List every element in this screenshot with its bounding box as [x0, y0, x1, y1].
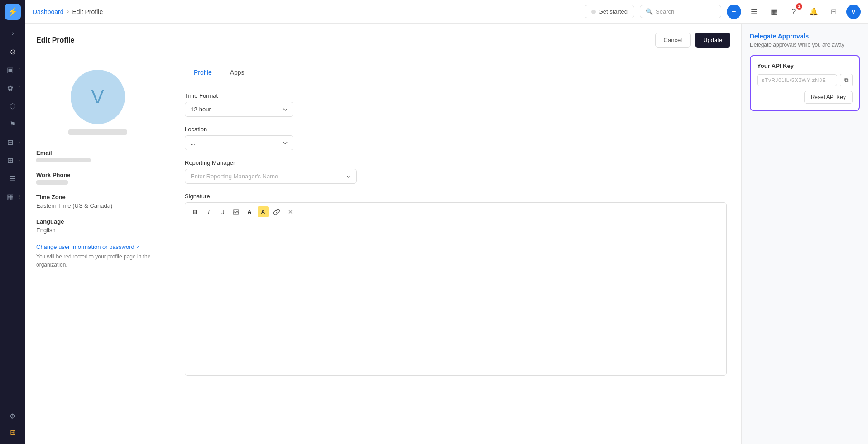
sidebar-bottom: ⚙ ⊞	[5, 408, 21, 440]
search-placeholder-text: Search	[656, 8, 674, 15]
sidebar-item-tasks[interactable]: ✿	[4, 80, 16, 96]
email-label: Email	[36, 149, 159, 156]
user-avatar[interactable]: V	[846, 5, 861, 19]
sidebar-item-shield[interactable]: ⬡	[5, 98, 21, 114]
sidebar-dots-5: ⋮	[17, 194, 22, 199]
sidebar-item-inbox[interactable]: ▣	[4, 62, 16, 78]
sidebar-item-flag[interactable]: ⚑	[5, 116, 21, 132]
sidebar-item-docs[interactable]: ⊞	[4, 152, 16, 168]
sidebar-item-chart[interactable]: ▦	[4, 188, 16, 205]
timezone-field-group: Time Zone Eastern Time (US & Canada)	[36, 194, 159, 209]
timezone-value: Eastern Time (US & Canada)	[36, 202, 159, 209]
breadcrumb: Dashboard > Edit Profile	[33, 8, 103, 15]
list-view-button[interactable]: ☰	[747, 5, 761, 19]
panel-header: Edit Profile Cancel Update	[25, 24, 741, 55]
calendar-button[interactable]: ▦	[767, 5, 781, 19]
external-link-icon: ↗	[136, 244, 139, 249]
apps-button[interactable]: ⊞	[826, 5, 841, 19]
change-link-group: Change user information or password ↗ Yo…	[36, 243, 159, 269]
book-icon: ☰	[10, 174, 16, 183]
change-info-link[interactable]: Change user information or password ↗	[36, 243, 139, 250]
settings-icon: ⚙	[10, 412, 16, 420]
email-value-placeholder	[36, 158, 91, 162]
chevron-right-icon: ›	[11, 29, 14, 38]
underline-button[interactable]: U	[217, 206, 228, 217]
flag-icon: ⚑	[10, 120, 16, 129]
svg-point-1	[235, 211, 235, 212]
add-button[interactable]: +	[727, 5, 741, 19]
sidebar-item-home[interactable]: ⊙	[5, 43, 21, 60]
location-label: Location	[185, 126, 727, 133]
home-icon: ⊙	[10, 48, 16, 56]
italic-button[interactable]: I	[203, 206, 214, 217]
reporting-manager-select[interactable]: Enter Reporting Manager's Name	[185, 169, 357, 184]
get-started-button[interactable]: Get started	[585, 5, 634, 18]
api-key-section: Your API Key ⧉ Reset API Key	[750, 55, 860, 111]
location-select[interactable]: ...	[185, 135, 293, 150]
inbox-icon: ▣	[7, 66, 14, 74]
topnav: Dashboard > Edit Profile Get started 🔍 S…	[25, 0, 868, 24]
work-phone-label: Work Phone	[36, 172, 159, 178]
sidebar: ⚡ › ⊙ ▣ ⋮ ✿ ⋮ ⬡ ⚑ ⊟ ⋮ ⊞ ⋮ ☰ ▦	[0, 0, 25, 444]
grid-icon: ⊞	[10, 428, 16, 437]
sidebar-logo[interactable]: ⚡	[5, 4, 21, 20]
reset-api-key-button[interactable]: Reset API Key	[804, 91, 853, 104]
panel-title: Edit Profile	[36, 36, 74, 44]
email-field-group: Email	[36, 149, 159, 162]
list-icon: ☰	[751, 7, 757, 16]
signature-group: Signature B I U	[185, 193, 727, 376]
bell-icon: 🔔	[809, 7, 818, 16]
breadcrumb-dashboard[interactable]: Dashboard	[33, 8, 64, 15]
shield-icon: ⬡	[10, 102, 16, 110]
profile-tabs: Profile Apps	[185, 64, 727, 81]
calendar-icon: ▦	[771, 7, 777, 16]
copy-icon: ⧉	[844, 77, 849, 83]
main-wrapper: Dashboard > Edit Profile Get started 🔍 S…	[25, 0, 868, 444]
notifications-button[interactable]: 🔔	[806, 5, 821, 19]
sidebar-dots-1: ⋮	[17, 67, 22, 72]
profile-avatar-large: V	[71, 70, 125, 124]
chart-icon: ▦	[7, 192, 14, 201]
delegate-title[interactable]: Delegate Approvals	[750, 33, 860, 40]
time-format-group: Time Format 12-hour 24-hour	[185, 92, 727, 117]
search-bar[interactable]: 🔍 Search	[640, 5, 721, 18]
layers-icon: ⊟	[7, 138, 13, 147]
background-color-button[interactable]: A	[258, 206, 269, 217]
link-button[interactable]	[271, 206, 282, 217]
update-button[interactable]: Update	[695, 33, 730, 48]
font-color-button[interactable]: A	[244, 206, 255, 217]
right-panel: Delegate Approvals Delegate approvals wh…	[741, 24, 868, 444]
api-key-input[interactable]	[757, 74, 837, 86]
help-button[interactable]: ? 1	[786, 5, 801, 19]
content-area: Edit Profile Cancel Update V Email	[25, 24, 868, 444]
notification-badge: 1	[796, 3, 802, 10]
sidebar-grid-button[interactable]: ⊞	[5, 424, 21, 440]
sidebar-collapse-toggle[interactable]: ›	[5, 25, 21, 42]
tab-apps-label: Apps	[230, 69, 245, 76]
sidebar-item-layers[interactable]: ⊟	[4, 134, 16, 150]
bold-button[interactable]: B	[190, 206, 201, 217]
tab-profile[interactable]: Profile	[185, 64, 221, 81]
breadcrumb-separator: >	[67, 9, 70, 15]
plus-icon: +	[732, 8, 736, 16]
sidebar-dots-4: ⋮	[17, 158, 22, 163]
lightning-icon: ⚡	[8, 7, 18, 17]
tab-apps[interactable]: Apps	[221, 64, 254, 81]
image-button[interactable]	[230, 206, 241, 217]
tab-profile-label: Profile	[194, 69, 212, 76]
cancel-button[interactable]: Cancel	[655, 33, 691, 48]
get-started-label: Get started	[599, 8, 628, 15]
search-icon: 🔍	[646, 8, 653, 15]
copy-api-key-button[interactable]: ⧉	[840, 74, 853, 86]
breadcrumb-current: Edit Profile	[72, 8, 103, 15]
time-format-select[interactable]: 12-hour 24-hour	[185, 102, 293, 117]
signature-body[interactable]	[185, 221, 726, 375]
signature-editor: B I U A	[185, 202, 727, 376]
timezone-label: Time Zone	[36, 194, 159, 201]
reporting-manager-label: Reporting Manager	[185, 159, 727, 166]
sidebar-item-book[interactable]: ☰	[5, 170, 21, 186]
change-info-link-text: Change user information or password	[36, 243, 134, 250]
sidebar-item-settings[interactable]: ⚙	[5, 408, 21, 424]
profile-right-section: Profile Apps Time Format 12-hour 24-hour	[170, 55, 741, 444]
remove-format-button[interactable]: ✕	[285, 206, 296, 217]
